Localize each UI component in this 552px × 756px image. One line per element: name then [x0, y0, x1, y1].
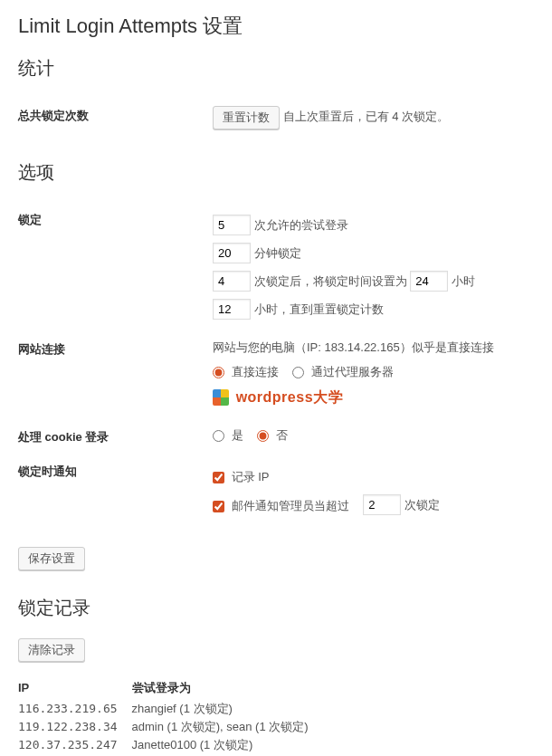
email-suffix: 次锁定 [404, 498, 440, 512]
log-attempt-cell: admin (1 次锁定), sean (1 次锁定) [132, 718, 323, 736]
reset-hours-input[interactable] [213, 299, 251, 320]
stats-table: 总共锁定次数 重置计数 自上次重置后，已有 4 次锁定。 [18, 99, 534, 137]
since-reset-text: 自上次重置后，已有 4 次锁定。 [283, 110, 449, 123]
options-table: 锁定 次允许的尝试登录 分钟锁定 次锁定后，将锁定时间设置为 小时 小时，直到重… [18, 203, 534, 529]
save-settings-button[interactable]: 保存设置 [18, 547, 85, 570]
radio-direct-label[interactable]: 直接连接 [213, 365, 281, 378]
long-threshold-mid: 次锁定后，将锁定时间设置为 [254, 274, 407, 288]
checkbox-email-label[interactable]: 邮件通知管理员当超过 [213, 499, 352, 512]
table-row: 120.37.235.247Janette0100 (1 次锁定) [18, 736, 323, 754]
log-col-attempt: 尝试登录为 [132, 676, 323, 700]
page-title: Limit Login Attempts 设置 [18, 13, 534, 40]
long-hours-input[interactable] [410, 271, 448, 292]
radio-direct-input[interactable] [213, 367, 224, 378]
cookie-label: 处理 cookie 登录 [18, 420, 213, 455]
site-connection-label: 网站连接 [18, 332, 213, 420]
log-ip-cell: 119.122.238.34 [18, 718, 132, 736]
reset-count-button[interactable]: 重置计数 [213, 106, 280, 129]
watermark-text: wordpress大学 [236, 389, 343, 405]
lockout-minutes-suffix: 分钟锁定 [254, 246, 301, 260]
checkbox-email-input[interactable] [213, 501, 224, 512]
log-attempt-cell: Janette0100 (1 次锁定) [132, 736, 323, 754]
clear-log-button[interactable]: 清除记录 [18, 638, 85, 662]
radio-cookie-yes-input[interactable] [213, 430, 224, 442]
radio-cookie-no-label[interactable]: 否 [257, 428, 288, 442]
site-connection-info: 网站与您的电脑（IP: 183.14.22.165）似乎是直接连接 [213, 340, 534, 356]
radio-proxy-label[interactable]: 通过代理服务器 [292, 365, 394, 378]
checkbox-log-ip-label[interactable]: 记录 IP [213, 470, 270, 483]
log-col-ip: IP [18, 676, 132, 700]
log-attempt-cell: zhangief (1 次锁定) [132, 700, 323, 718]
notify-label: 锁定时通知 [18, 455, 213, 529]
radio-cookie-no-input[interactable] [257, 430, 269, 442]
log-table: IP 尝试登录为 116.233.219.65zhangief (1 次锁定)1… [18, 676, 323, 754]
email-threshold-input[interactable] [363, 494, 401, 515]
allowed-retries-input[interactable] [213, 215, 251, 235]
options-heading: 选项 [18, 160, 534, 185]
allowed-retries-suffix: 次允许的尝试登录 [254, 218, 348, 232]
table-row: 116.233.219.65zhangief (1 次锁定) [18, 700, 323, 718]
long-hours-suffix: 小时 [452, 274, 475, 288]
long-threshold-input[interactable] [213, 271, 251, 292]
reset-hours-suffix: 小时，直到重置锁定计数 [254, 302, 384, 316]
lockout-label: 锁定 [18, 203, 213, 332]
log-heading: 锁定记录 [18, 596, 534, 620]
watermark-logo-icon [213, 389, 229, 406]
checkbox-log-ip-input[interactable] [213, 472, 224, 483]
log-ip-cell: 116.233.219.65 [18, 700, 132, 718]
log-ip-cell: 120.37.235.247 [18, 736, 132, 754]
table-row: 119.122.238.34admin (1 次锁定), sean (1 次锁定… [18, 718, 323, 736]
radio-proxy-input[interactable] [292, 367, 304, 378]
radio-cookie-yes-label[interactable]: 是 [213, 428, 246, 442]
stats-heading: 统计 [18, 56, 534, 81]
total-lockouts-label: 总共锁定次数 [18, 99, 213, 137]
watermark: wordpress大学 [213, 388, 534, 407]
lockout-minutes-input[interactable] [213, 243, 251, 263]
